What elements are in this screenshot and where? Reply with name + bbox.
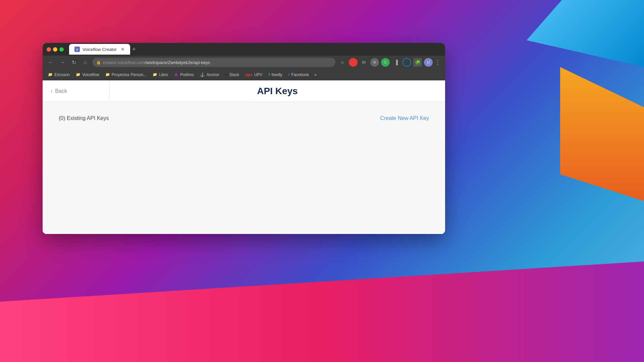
reload-button[interactable]: ↻ xyxy=(69,58,78,67)
tab-bar: v Voiceflow Creator ✕ + xyxy=(69,44,441,55)
bookmark-label: feedly xyxy=(272,72,282,77)
close-button[interactable] xyxy=(47,47,51,52)
minimize-button[interactable] xyxy=(53,47,57,52)
extension-circle[interactable] xyxy=(402,58,411,67)
bookmark-slack[interactable]: # Slack xyxy=(223,71,242,78)
bookmark-podimo[interactable]: ⏺ Podimo xyxy=(171,71,197,78)
extension-asterisk[interactable]: ✳ xyxy=(370,58,379,67)
title-bar: v Voiceflow Creator ✕ + xyxy=(43,43,445,56)
bookmark-feedly[interactable]: f feedly xyxy=(266,71,285,78)
extension-mail[interactable]: ✉ xyxy=(360,58,368,67)
home-button[interactable]: ⌂ xyxy=(81,58,90,67)
tab-favicon: v xyxy=(74,47,80,52)
slack-icon: # xyxy=(225,72,228,77)
bookmark-anchor[interactable]: ⚓ Anchor xyxy=(197,71,222,78)
star-button[interactable]: ☆ xyxy=(338,58,347,67)
user-avatar[interactable]: U xyxy=(424,58,433,67)
extension-red[interactable] xyxy=(349,58,358,67)
bookmark-label: Anchor xyxy=(207,72,219,77)
bookmark-label: Libro xyxy=(159,72,168,77)
nav-actions: ☆ ✉ ✳ G ▐ 🧩 U ⋮ xyxy=(338,58,441,67)
bookmarks-more-button[interactable]: » xyxy=(312,71,319,78)
bookmark-ericsson[interactable]: 📁 Ericsson xyxy=(45,71,72,78)
back-button[interactable]: ← xyxy=(47,58,55,67)
bookmark-folder-icon: 📁 xyxy=(48,72,53,77)
traffic-lights xyxy=(47,47,64,52)
url-path: /workspace/Zwnbdyek2e/api-keys xyxy=(145,60,210,65)
extensions-button[interactable]: 🧩 xyxy=(413,58,422,67)
back-chevron-icon: ‹ xyxy=(51,88,52,94)
url-domain: creator.voiceflow.com xyxy=(103,60,145,65)
bookmark-label: Podimo xyxy=(180,72,194,77)
create-new-api-key-button[interactable]: Create New API Key xyxy=(380,115,429,121)
bookmark-upv[interactable]: upu UPV xyxy=(243,71,265,78)
bookmark-label: Proyectos Person... xyxy=(112,72,147,77)
bookmark-voiceflow[interactable]: 📁 Voiceflow xyxy=(73,71,102,78)
browser-window: v Voiceflow Creator ✕ + ← → ↻ ⌂ 🔒 creato… xyxy=(43,43,445,234)
bookmark-folder-icon: 📁 xyxy=(76,72,80,77)
bookmark-facebook[interactable]: f Facebook xyxy=(286,71,312,78)
header-title-section: API Keys xyxy=(110,86,445,97)
bookmarks-bar: 📁 Ericsson 📁 Voiceflow 📁 Proyectos Perso… xyxy=(43,69,445,80)
fullscreen-button[interactable] xyxy=(59,47,64,52)
api-keys-row: (0) Existing API Keys Create New API Key xyxy=(59,115,429,121)
tab-title: Voiceflow Creator xyxy=(83,47,117,52)
active-tab[interactable]: v Voiceflow Creator ✕ xyxy=(69,44,130,55)
feedly-icon: f xyxy=(269,72,270,77)
address-bar[interactable]: 🔒 creator.voiceflow.com/workspace/Zwnbdy… xyxy=(92,58,335,67)
bookmark-folder-icon: 📁 xyxy=(153,72,157,77)
back-section[interactable]: ‹ Back xyxy=(43,80,110,102)
main-content: (0) Existing API Keys Create New API Key xyxy=(43,102,445,234)
url-text: creator.voiceflow.com/workspace/Zwnbdyek… xyxy=(103,60,210,65)
back-label: Back xyxy=(55,88,67,94)
bookmark-folder-icon: 📁 xyxy=(105,72,110,77)
bookmark-label: UPV xyxy=(254,72,263,77)
extension-bars[interactable]: ▐ xyxy=(392,58,400,67)
browser-menu-button[interactable]: ⋮ xyxy=(435,59,441,66)
extension-g[interactable]: G xyxy=(381,58,390,67)
forward-button[interactable]: → xyxy=(58,58,67,67)
navigation-bar: ← → ↻ ⌂ 🔒 creator.voiceflow.com/workspac… xyxy=(43,56,445,69)
bookmark-label: Facebook xyxy=(291,72,309,77)
existing-keys-label: (0) Existing API Keys xyxy=(59,115,109,121)
bookmark-label: Ericsson xyxy=(54,72,70,77)
bookmark-label: Voiceflow xyxy=(82,72,99,77)
anchor-icon: ⚓ xyxy=(200,72,205,77)
lock-icon: 🔒 xyxy=(96,60,101,65)
upv-icon: upu xyxy=(245,72,253,77)
bookmark-label: Slack xyxy=(229,72,239,77)
facebook-icon: f xyxy=(288,72,290,77)
bookmark-libro[interactable]: 📁 Libro xyxy=(150,71,171,78)
page-title: API Keys xyxy=(257,86,298,97)
podimo-icon: ⏺ xyxy=(174,72,178,77)
new-tab-button[interactable]: + xyxy=(132,46,136,53)
page-content: ‹ Back API Keys (0) Existing API Keys Cr… xyxy=(43,80,445,234)
page-header: ‹ Back API Keys xyxy=(43,80,445,102)
bookmark-proyectos[interactable]: 📁 Proyectos Person... xyxy=(103,71,150,78)
tab-close-button[interactable]: ✕ xyxy=(121,47,125,52)
